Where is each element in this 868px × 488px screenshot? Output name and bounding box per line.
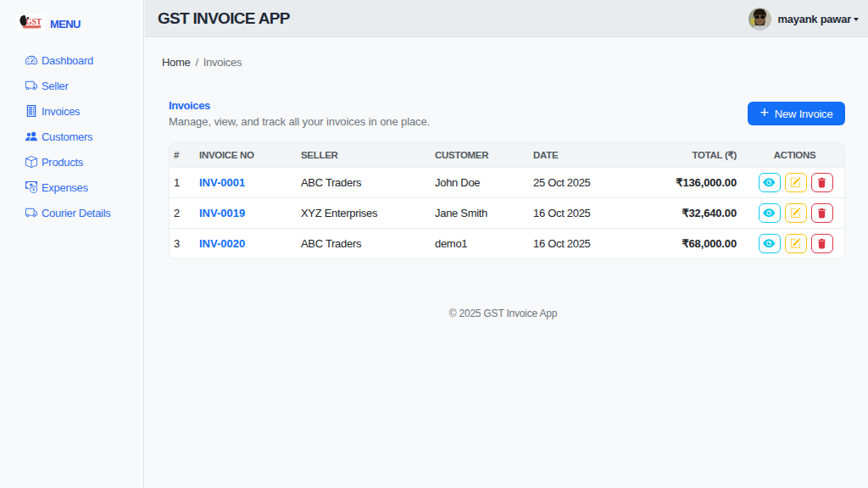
svg-text:GST: GST [25,18,42,26]
